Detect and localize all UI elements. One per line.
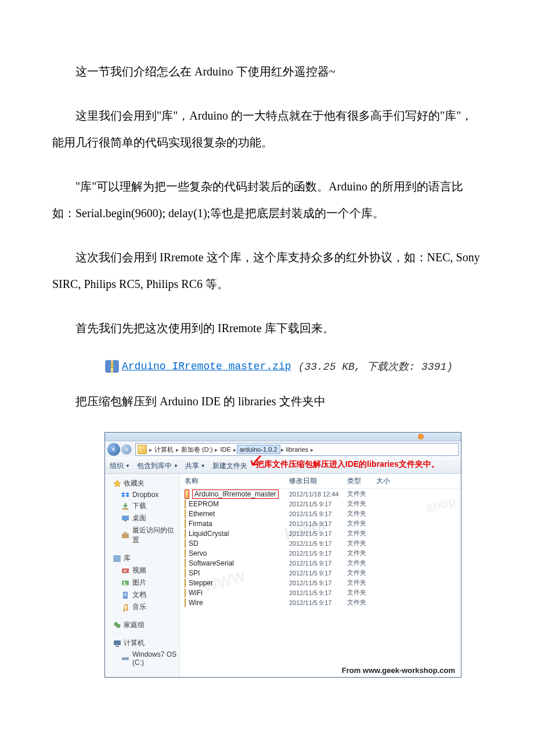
sidebar-pictures[interactable]: 图片 — [105, 577, 179, 589]
sidebar-desktop[interactable]: 桌面 — [105, 512, 179, 524]
picture-icon — [121, 579, 129, 587]
dropbox-icon — [121, 491, 129, 499]
sidebar-homegroup[interactable]: 家庭组 — [105, 619, 179, 631]
newfolder-button[interactable]: 新建文件夹 — [212, 461, 247, 471]
organize-button[interactable]: 组织▼ — [110, 461, 130, 471]
file-row[interactable]: SD2012/11/5 9:17文件夹 — [180, 538, 461, 548]
explorer-screenshot: ▸ 计算机 ▸ 新加卷 (D:) ▸ IDE ▸ arduino-1.0.2 ▸… — [104, 432, 461, 678]
sidebar-cdrive[interactable]: Windows7 OS (C:) — [105, 649, 179, 668]
forward-button[interactable] — [121, 444, 132, 455]
folder-icon — [185, 568, 186, 578]
sidebar-dropbox[interactable]: Dropbox — [105, 489, 179, 500]
breadcrumb-seg[interactable]: IDE — [218, 446, 232, 453]
zip-icon — [104, 359, 120, 374]
paragraph: 首先我们先把这次使用到的 IRremote 库下载回来。 — [52, 315, 482, 341]
file-type: 文件夹 — [347, 598, 376, 607]
share-button[interactable]: 共享▼ — [185, 461, 205, 471]
library-icon — [113, 555, 121, 563]
file-row[interactable]: LiquidCrystal2012/11/5 9:17文件夹 — [180, 528, 461, 538]
file-type: 文件夹 — [347, 568, 376, 577]
sidebar-downloads[interactable]: 下载 — [105, 500, 179, 512]
file-type: 文件夹 — [347, 509, 376, 518]
paragraph: 把压缩包解压到 Arduino IDE 的 libraries 文件夹中 — [52, 388, 482, 415]
breadcrumb-seg[interactable]: libraries — [284, 446, 311, 453]
svg-rect-6 — [122, 516, 129, 520]
file-row[interactable]: EEPROM2012/11/5 9:17文件夹 — [180, 499, 461, 509]
breadcrumb-seg[interactable]: 计算机 — [153, 445, 175, 454]
document-page: 这一节我们介绍怎么在 Arduino 下使用红外遥控器~ 这里我们会用到"库"，… — [0, 0, 534, 701]
file-row[interactable]: Arduino_IRremote_master2012/11/18 12:44文… — [180, 489, 461, 499]
folder-icon — [185, 578, 186, 588]
sidebar-music[interactable]: 音乐 — [105, 601, 179, 613]
file-row[interactable]: Ethernet2012/11/5 9:17文件夹 — [180, 509, 461, 519]
breadcrumb-arrow: ▸ — [175, 447, 179, 453]
sidebar-documents[interactable]: 文档 — [105, 589, 179, 601]
download-row: Arduino IRremote master.zip (33.25 KB, 下… — [104, 359, 482, 374]
file-row[interactable]: SoftwareSerial2012/11/5 9:17文件夹 — [180, 558, 461, 568]
file-date: 2012/11/5 9:17 — [289, 550, 347, 557]
breadcrumb-arrow: ▸ — [310, 447, 314, 453]
app-icon — [418, 434, 424, 440]
file-row[interactable]: Stepper2012/11/5 9:17文件夹 — [180, 578, 461, 588]
folder-icon — [185, 509, 186, 519]
file-date: 2012/11/18 12:44 — [289, 491, 347, 498]
file-date: 2012/11/5 9:17 — [289, 520, 347, 527]
sidebar-videos[interactable]: 视频 — [105, 564, 179, 577]
file-date: 2012/11/5 9:17 — [289, 589, 347, 596]
brand-footer: From www.geek-workshop.com — [342, 666, 455, 675]
folder-icon — [185, 519, 186, 528]
svg-point-14 — [124, 581, 125, 582]
col-size[interactable]: 大小 — [376, 476, 399, 486]
file-row[interactable]: Servo2012/11/5 9:17文件夹 — [180, 548, 461, 558]
drive-icon — [121, 654, 129, 663]
folder-icon — [185, 539, 186, 548]
sidebar-favorites[interactable]: 收藏夹 — [105, 477, 179, 489]
annotation-text: 把库文件压缩包解压进入IDE的libraries文件夹中。 — [256, 459, 439, 470]
col-date[interactable]: 修改日期 — [289, 476, 347, 486]
download-link[interactable]: Arduino IRremote master.zip — [122, 361, 291, 372]
col-type[interactable]: 类型 — [347, 476, 376, 486]
recent-icon — [121, 531, 129, 539]
download-icon — [121, 502, 129, 510]
file-row[interactable]: Firmata2012/11/5 9:17文件夹 — [180, 519, 461, 528]
desktop-icon — [121, 514, 129, 523]
toolbar: 组织▼ 包含到库中▼ 共享▼ 新建文件夹 把库文件压缩包解压进入IDE的libr… — [105, 458, 461, 474]
file-name: SPI — [189, 569, 200, 577]
file-name: SoftwareSerial — [189, 559, 234, 567]
folder-icon — [185, 588, 186, 597]
folder-icon — [185, 489, 189, 499]
file-name: EEPROM — [189, 500, 219, 508]
breadcrumb-arrow: ▸ — [214, 447, 218, 453]
breadcrumb-seg[interactable]: 新加卷 (D:) — [179, 445, 214, 454]
sidebar-libraries[interactable]: 库 — [105, 552, 179, 564]
address-bar[interactable]: ▸ 计算机 ▸ 新加卷 (D:) ▸ IDE ▸ arduino-1.0.2 ▸… — [135, 443, 459, 456]
file-name: WiFi — [189, 589, 203, 597]
sidebar-recent[interactable]: 最近访问的位置 — [105, 524, 179, 546]
explorer-body: 收藏夹 Dropbox 下载 桌面 — [105, 474, 461, 677]
file-name: Ethernet — [189, 510, 215, 518]
file-type: 文件夹 — [347, 559, 376, 567]
col-name[interactable]: 名称 — [185, 476, 289, 486]
sidebar-computer[interactable]: 计算机 — [105, 637, 179, 649]
include-button[interactable]: 包含到库中▼ — [137, 461, 178, 471]
file-date: 2012/11/5 9:17 — [289, 540, 347, 547]
svg-point-21 — [127, 658, 128, 660]
svg-rect-10 — [116, 556, 118, 561]
breadcrumb-seg-selected[interactable]: arduino-1.0.2 — [237, 445, 280, 454]
file-row[interactable]: Wire2012/11/5 9:17文件夹 — [180, 597, 461, 607]
file-row[interactable]: WiFi2012/11/5 9:17文件夹 — [180, 588, 461, 597]
file-row[interactable]: SPI2012/11/5 9:17文件夹 — [180, 568, 461, 578]
paragraph: 这一节我们介绍怎么在 Arduino 下使用红外遥控器~ — [52, 58, 482, 85]
svg-rect-7 — [124, 520, 127, 521]
breadcrumb-arrow: ▸ — [280, 447, 284, 453]
file-date: 2012/11/5 9:17 — [289, 510, 347, 517]
video-icon — [121, 567, 129, 575]
svg-rect-18 — [114, 640, 121, 645]
folder-icon — [185, 499, 186, 509]
file-type: 文件夹 — [347, 489, 376, 498]
svg-point-17 — [117, 624, 120, 628]
file-type: 文件夹 — [347, 578, 376, 587]
svg-rect-5 — [122, 508, 128, 510]
paragraph: 这里我们会用到"库"，Arduino 的一大特点就在于他有很多高手们写好的"库"… — [52, 102, 482, 156]
back-button[interactable] — [107, 443, 120, 456]
